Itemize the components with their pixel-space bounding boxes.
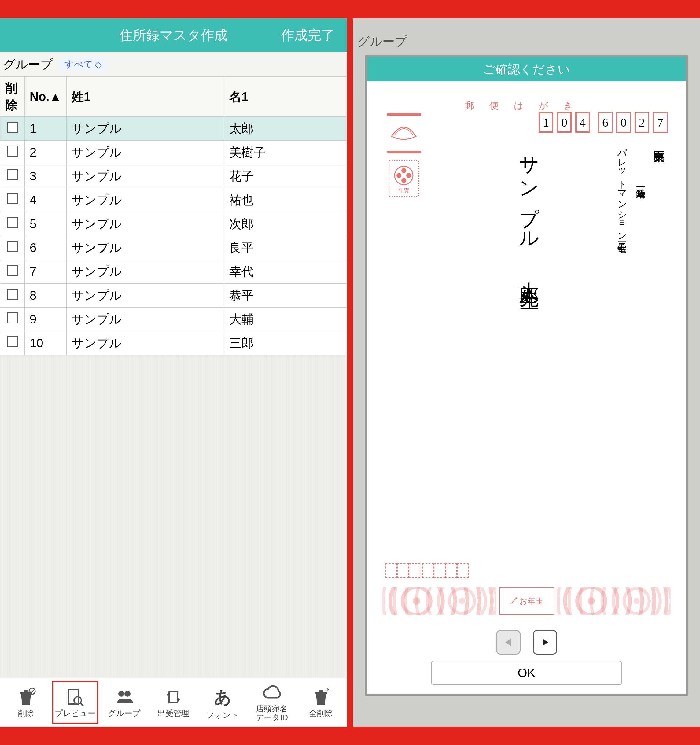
table-row[interactable]: 8サンプル恭平	[0, 284, 347, 308]
row-checkbox-cell[interactable]	[0, 236, 25, 260]
row-mei: 良平	[224, 236, 347, 260]
table-header-row: 削除 No.▲ 姓1 名1	[0, 77, 347, 117]
row-sei: サンプル	[67, 284, 224, 308]
bg-group-label: グループ	[353, 31, 411, 52]
col-mei[interactable]: 名1	[224, 77, 347, 117]
svg-line-5	[80, 703, 83, 706]
group-label: グループ	[3, 56, 53, 73]
table-empty-area	[0, 355, 347, 678]
row-no: 4	[25, 188, 67, 212]
tool-manage[interactable]: 出受管理	[150, 688, 196, 718]
checkbox-icon[interactable]	[7, 145, 18, 157]
tool-delete-all-label: 全削除	[309, 709, 333, 718]
otoshidama-label: お年玉	[519, 596, 543, 606]
row-checkbox-cell[interactable]	[0, 331, 25, 355]
zipcode-boxes: 1046027	[538, 112, 668, 133]
recipient-name: サンプル 太郎先生	[516, 142, 543, 278]
font-icon: あ	[214, 686, 232, 709]
group-filter-row: グループ すべて ◇	[0, 52, 347, 76]
triangle-left-icon	[503, 637, 514, 648]
row-mei: 花子	[224, 165, 347, 188]
tool-font-label: フォント	[206, 711, 239, 720]
tool-preview-label: プレビュー	[55, 709, 96, 718]
address-line-1: 東京都中央区	[653, 142, 664, 236]
triangle-right-icon	[540, 637, 550, 648]
row-checkbox-cell[interactable]	[0, 165, 25, 188]
row-no: 2	[25, 141, 67, 165]
ok-button[interactable]: OK	[431, 661, 622, 685]
tool-font[interactable]: あ フォント	[200, 686, 245, 720]
group-select[interactable]: すべて ◇	[59, 57, 107, 71]
checkbox-icon[interactable]	[7, 265, 18, 276]
address-master-screen: 住所録マスタ作成 作成完了 グループ すべて ◇ 削除 No.▲ 姓1 名1 1…	[0, 18, 347, 727]
trash-check-icon	[16, 688, 36, 707]
page-title: 住所録マスタ作成	[119, 26, 228, 44]
address-line-3: パレットマンション二七〇一号室	[616, 142, 628, 236]
row-mei: 大輔	[224, 308, 347, 331]
row-sei: サンプル	[67, 308, 224, 331]
row-checkbox-cell[interactable]	[0, 260, 25, 284]
group-icon	[115, 688, 134, 707]
checkbox-icon[interactable]	[7, 217, 18, 228]
row-no: 1	[25, 117, 67, 141]
tool-delete-label: 削除	[18, 709, 34, 718]
svg-point-6	[118, 691, 124, 697]
svg-text:年賀: 年賀	[398, 187, 409, 193]
checkbox-icon[interactable]	[7, 289, 18, 299]
table-row[interactable]: 1サンプル太郎	[0, 117, 347, 141]
row-mei: 祐也	[224, 188, 347, 212]
ok-label: OK	[518, 666, 535, 680]
col-no[interactable]: No.▲	[25, 77, 67, 117]
table-row[interactable]: 9サンプル大輔	[0, 308, 347, 331]
row-checkbox-cell[interactable]	[0, 212, 25, 236]
checkbox-icon[interactable]	[7, 122, 18, 133]
row-checkbox-cell[interactable]	[0, 117, 25, 141]
row-checkbox-cell[interactable]	[0, 308, 25, 331]
preview-dialog-screen: グループ ご確認ください 郵便はがき 1046027	[353, 18, 700, 727]
row-checkbox-cell[interactable]	[0, 188, 25, 212]
table-row[interactable]: 6サンプル良平	[0, 236, 347, 260]
svg-rect-8	[169, 692, 178, 703]
table-row[interactable]: 4サンプル祐也	[0, 188, 347, 212]
stamp-fan-icon	[386, 112, 422, 155]
svg-point-19	[396, 173, 401, 178]
tool-group[interactable]: グループ	[102, 688, 147, 718]
table-row[interactable]: 5サンプル次郎	[0, 212, 347, 236]
tool-dataid[interactable]: 店頭宛名 データID	[249, 683, 295, 722]
table-row[interactable]: 2サンプル美樹子	[0, 141, 347, 165]
sender-zip-boxes	[386, 563, 468, 578]
otoshidama-box: お年玉	[499, 587, 554, 615]
col-delete[interactable]: 削除	[0, 77, 25, 117]
svg-point-22	[515, 597, 517, 599]
svg-rect-9	[315, 692, 327, 694]
table-row[interactable]: 10サンプル三郎	[0, 331, 347, 355]
table-row[interactable]: 3サンプル花子	[0, 165, 347, 188]
tool-preview[interactable]: プレビュー	[52, 681, 98, 724]
tool-delete-all[interactable]: ALL 全削除	[298, 688, 344, 718]
col-sei[interactable]: 姓1	[67, 77, 224, 117]
status-bar-area	[0, 0, 347, 18]
row-checkbox-cell[interactable]	[0, 141, 25, 165]
checkbox-icon[interactable]	[7, 336, 18, 347]
inout-icon	[163, 688, 183, 707]
zip-digit: 2	[634, 112, 649, 133]
checkbox-icon[interactable]	[7, 193, 18, 204]
prev-button[interactable]	[496, 630, 521, 655]
zip-digit: 7	[653, 112, 668, 133]
dialog-title: ご確認ください	[367, 57, 686, 81]
done-button[interactable]: 作成完了	[281, 26, 335, 44]
row-sei: サンプル	[67, 117, 224, 141]
checkbox-icon[interactable]	[7, 169, 18, 180]
tool-delete[interactable]: 削除	[3, 688, 49, 718]
zip-digit: 4	[575, 112, 590, 133]
status-bar-area	[353, 0, 700, 18]
address-table: 削除 No.▲ 姓1 名1 1サンプル太郎2サンプル美樹子3サンプル花子4サンプ…	[0, 76, 347, 355]
table-row[interactable]: 7サンプル幸代	[0, 260, 347, 284]
row-checkbox-cell[interactable]	[0, 284, 25, 308]
checkbox-icon[interactable]	[7, 313, 18, 323]
next-button[interactable]	[533, 630, 557, 655]
row-no: 10	[25, 331, 67, 355]
row-sei: サンプル	[67, 141, 224, 165]
checkbox-icon[interactable]	[7, 241, 18, 252]
cloud-icon	[262, 683, 281, 703]
